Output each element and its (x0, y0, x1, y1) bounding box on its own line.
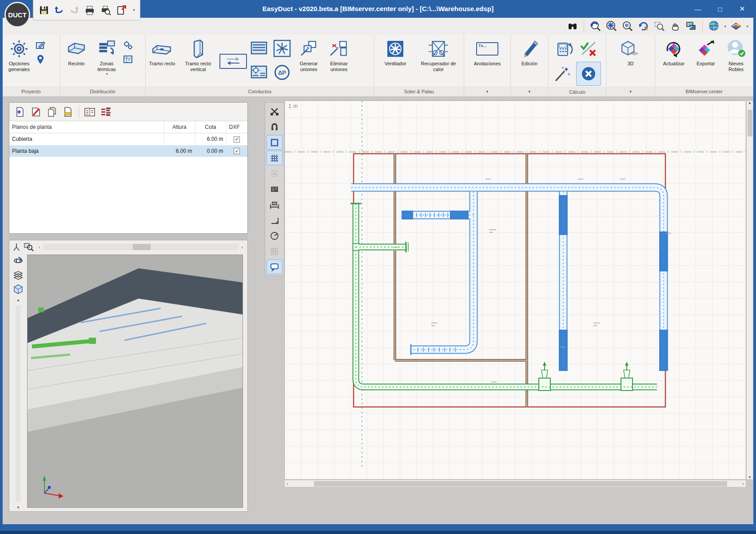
edicion-button[interactable]: Edición (514, 36, 545, 85)
circle-tool-icon[interactable] (267, 228, 283, 243)
preview-3d-viewport[interactable] (27, 255, 243, 508)
calculate-icon[interactable] (550, 37, 575, 61)
ribbon-group-caret[interactable]: ▼ (511, 87, 548, 96)
delta-p-icon[interactable]: ΔP (271, 61, 293, 84)
exportar-button[interactable]: Exportar (691, 36, 720, 85)
recinto-button[interactable]: Recinto (62, 36, 91, 85)
save-icon[interactable] (39, 4, 49, 16)
copy-plan-icon[interactable] (46, 106, 58, 118)
col-altura[interactable]: Altura (164, 121, 195, 133)
opciones-generales-button[interactable]: Opciones generales (4, 36, 34, 85)
minimize-button[interactable]: — (687, 0, 709, 18)
magic-wand-icon[interactable] (550, 62, 575, 86)
maximize-button[interactable]: □ (709, 0, 731, 18)
resources-caret-icon[interactable]: ▼ (746, 25, 749, 28)
zoom-scale-icon[interactable] (621, 20, 634, 33)
hscroll-thumb[interactable] (314, 481, 727, 486)
add-plan-icon[interactable] (14, 106, 26, 118)
dimension-tool-icon[interactable] (267, 197, 283, 212)
flow-direction-button[interactable] (219, 54, 247, 69)
dxf-checkbox[interactable]: ✓ (234, 148, 240, 154)
zoom-previous-icon[interactable] (589, 20, 602, 33)
plan-row[interactable]: Cubierta 6.00 m ✓ (9, 133, 247, 145)
export-plan-icon[interactable] (62, 106, 74, 118)
edit-tools-icon[interactable] (267, 104, 283, 119)
location-pin-icon[interactable] (35, 54, 46, 65)
grille-icon[interactable] (248, 37, 270, 60)
eliminar-uniones-button[interactable]: Eliminar uniones (324, 36, 354, 85)
col-name[interactable]: Planos de planta (9, 121, 164, 133)
grid-toggle-icon[interactable] (267, 151, 283, 165)
vscroll-track[interactable] (16, 306, 21, 502)
export-icon[interactable] (116, 4, 127, 16)
edit-note-icon[interactable] (35, 40, 46, 51)
dxf-checkbox[interactable]: ✓ (234, 136, 240, 143)
hscroll-thumb[interactable] (133, 244, 151, 250)
scroll-right-arrow[interactable]: › (743, 481, 744, 486)
find-icon[interactable] (566, 20, 579, 33)
scroll-down-arrow[interactable]: ▼ (16, 506, 20, 510)
scroll-left-arrow[interactable]: ‹ (36, 243, 43, 251)
plan-row-selected[interactable]: Planta baja 6.00 m 0.00 m ✓ (9, 145, 247, 157)
quick-access-caret-icon[interactable]: ▼ (132, 8, 135, 12)
panel-splitter[interactable]: · · · · (9, 234, 248, 240)
reference-grid-icon[interactable] (267, 244, 283, 259)
cancel-calc-button[interactable] (576, 62, 601, 86)
actualizar-button[interactable]: Actualizar (659, 36, 688, 85)
angle-tool-icon[interactable] (267, 213, 283, 227)
diffuser-fan-icon[interactable] (271, 37, 293, 60)
axes-icon[interactable] (11, 242, 22, 252)
app-logo[interactable]: DUCT (4, 2, 30, 28)
edit-plan-icon[interactable] (30, 106, 42, 118)
generar-uniones-button[interactable]: Generar uniones (294, 36, 323, 85)
zonas-termicas-button[interactable]: Zonas térmicas ▼ (92, 36, 121, 85)
viewport-icon[interactable] (684, 20, 698, 33)
zone-window-icon[interactable] (122, 54, 134, 65)
resources-icon[interactable] (729, 20, 743, 33)
ventilador-button[interactable]: Ventilador (376, 36, 414, 85)
print-icon[interactable] (84, 4, 95, 16)
pan-icon[interactable] (668, 20, 682, 33)
validate-icon[interactable] (576, 37, 601, 61)
web-icon[interactable] (707, 20, 720, 33)
view-3d-button[interactable]: 3D (615, 36, 646, 85)
user-account-button[interactable]: Nieves Robles (723, 36, 749, 85)
comments-icon[interactable] (267, 259, 283, 274)
print-preview-icon[interactable] (100, 4, 111, 16)
zoom-window-icon[interactable] (653, 20, 666, 33)
zoom-window-3d-icon[interactable] (24, 242, 34, 252)
scroll-up-arrow[interactable]: ▲ (748, 101, 752, 105)
hscroll-track[interactable] (43, 244, 239, 250)
col-dxf[interactable]: DXF (226, 121, 247, 133)
tramo-recto-button[interactable]: Tramo recto (147, 36, 177, 85)
close-button[interactable]: ✕ (731, 0, 753, 18)
snap-magnet-icon[interactable] (267, 120, 283, 134)
col-cota[interactable]: Cota (195, 121, 226, 133)
ortho-mode-icon[interactable] (267, 135, 283, 150)
sun-grille-icon[interactable] (248, 61, 270, 84)
gears-icon[interactable] (122, 40, 134, 51)
dxf-template-icon[interactable] (267, 182, 283, 196)
drawing-canvas[interactable]: 1 m (284, 100, 746, 480)
dxf-layers-icon[interactable] (99, 106, 112, 118)
scroll-right-arrow[interactable]: › (239, 243, 246, 251)
tramo-recto-vertical-button[interactable]: Tramo recto vertical (178, 36, 219, 85)
scroll-left-arrow[interactable]: ‹ (286, 481, 288, 486)
scroll-up-arrow[interactable]: ▲ (16, 298, 20, 302)
regenerate-icon[interactable] (637, 20, 650, 33)
web-caret-icon[interactable]: ▼ (724, 25, 727, 28)
cube-view-icon[interactable] (13, 284, 24, 295)
scroll-down-arrow[interactable]: ▼ (748, 475, 752, 479)
ribbon-group-caret[interactable]: ▼ (606, 87, 655, 96)
vscroll-thumb[interactable] (748, 110, 752, 136)
undo-icon[interactable] (54, 4, 64, 16)
recuperador-button[interactable]: Recuperador de calor (415, 36, 462, 85)
ribbon-group-caret[interactable]: ▼ (464, 87, 510, 96)
dxf-import-icon[interactable] (84, 106, 96, 118)
rotate-3d-icon[interactable] (13, 255, 24, 266)
layers-icon[interactable] (13, 270, 24, 280)
redo-icon[interactable] (69, 4, 80, 16)
anotaciones-button[interactable]: Tx... Anotaciones (467, 36, 507, 85)
center-snap-icon[interactable] (267, 166, 283, 181)
zoom-extents-icon[interactable] (605, 20, 618, 33)
